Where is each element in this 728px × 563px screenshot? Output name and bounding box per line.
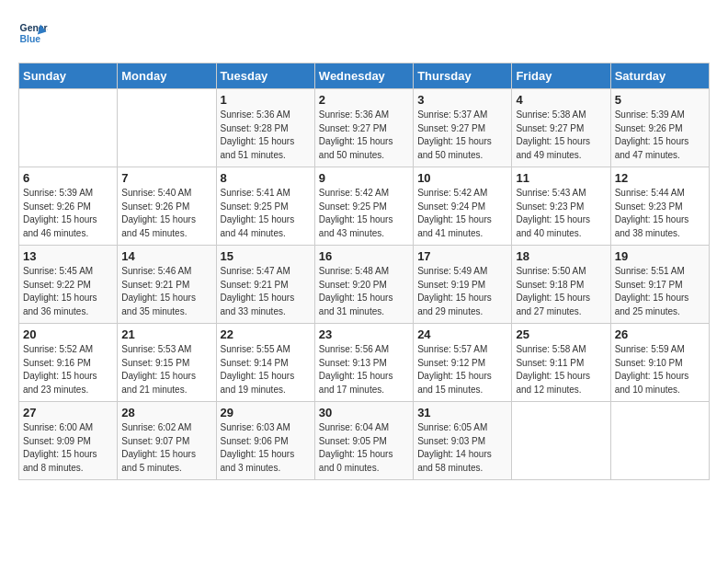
- day-number: 3: [417, 93, 507, 107]
- calendar-cell: 28Sunrise: 6:02 AM Sunset: 9:07 PM Dayli…: [118, 402, 216, 480]
- day-info: Sunrise: 5:41 AM Sunset: 9:25 PM Dayligh…: [221, 187, 311, 240]
- weekday-header: Tuesday: [216, 63, 314, 89]
- calendar-cell: 7Sunrise: 5:40 AM Sunset: 9:26 PM Daylig…: [118, 167, 216, 246]
- day-number: 21: [121, 327, 211, 341]
- page-header: General Blue: [18, 18, 710, 48]
- calendar-cell: 21Sunrise: 5:53 AM Sunset: 9:15 PM Dayli…: [118, 324, 216, 402]
- calendar-cell: 17Sunrise: 5:49 AM Sunset: 9:19 PM Dayli…: [414, 246, 512, 324]
- day-info: Sunrise: 5:42 AM Sunset: 9:25 PM Dayligh…: [319, 187, 409, 240]
- calendar-cell: 24Sunrise: 5:57 AM Sunset: 9:12 PM Dayli…: [414, 324, 512, 402]
- calendar-cell: 25Sunrise: 5:58 AM Sunset: 9:11 PM Dayli…: [512, 324, 610, 402]
- calendar-cell: 8Sunrise: 5:41 AM Sunset: 9:25 PM Daylig…: [216, 167, 314, 246]
- day-info: Sunrise: 5:53 AM Sunset: 9:15 PM Dayligh…: [121, 343, 211, 396]
- calendar-table: SundayMondayTuesdayWednesdayThursdayFrid…: [18, 63, 710, 480]
- weekday-header: Wednesday: [314, 63, 413, 89]
- day-number: 4: [516, 93, 606, 107]
- day-info: Sunrise: 5:58 AM Sunset: 9:11 PM Dayligh…: [516, 343, 606, 396]
- calendar-cell: 19Sunrise: 5:51 AM Sunset: 9:17 PM Dayli…: [610, 246, 709, 324]
- day-info: Sunrise: 5:43 AM Sunset: 9:23 PM Dayligh…: [516, 187, 606, 240]
- day-info: Sunrise: 5:42 AM Sunset: 9:24 PM Dayligh…: [417, 187, 507, 240]
- calendar-cell: 15Sunrise: 5:47 AM Sunset: 9:21 PM Dayli…: [216, 246, 314, 324]
- day-info: Sunrise: 5:44 AM Sunset: 9:23 PM Dayligh…: [615, 187, 705, 240]
- calendar-cell: 14Sunrise: 5:46 AM Sunset: 9:21 PM Dayli…: [118, 246, 216, 324]
- day-info: Sunrise: 6:05 AM Sunset: 9:03 PM Dayligh…: [417, 421, 507, 475]
- calendar-cell: 29Sunrise: 6:03 AM Sunset: 9:06 PM Dayli…: [216, 402, 314, 480]
- day-number: 12: [615, 171, 705, 185]
- day-info: Sunrise: 5:51 AM Sunset: 9:17 PM Dayligh…: [615, 265, 705, 318]
- day-number: 24: [417, 327, 507, 341]
- calendar-cell: 20Sunrise: 5:52 AM Sunset: 9:16 PM Dayli…: [19, 324, 118, 402]
- day-number: 26: [615, 327, 705, 341]
- day-info: Sunrise: 5:48 AM Sunset: 9:20 PM Dayligh…: [319, 265, 409, 318]
- day-number: 28: [121, 406, 211, 419]
- calendar-cell: 12Sunrise: 5:44 AM Sunset: 9:23 PM Dayli…: [610, 167, 709, 246]
- calendar-cell: 1Sunrise: 5:36 AM Sunset: 9:28 PM Daylig…: [216, 89, 314, 167]
- calendar-cell: 23Sunrise: 5:56 AM Sunset: 9:13 PM Dayli…: [314, 324, 413, 402]
- day-number: 10: [417, 171, 507, 185]
- day-info: Sunrise: 5:38 AM Sunset: 9:27 PM Dayligh…: [516, 109, 606, 162]
- calendar-cell: 9Sunrise: 5:42 AM Sunset: 9:25 PM Daylig…: [314, 167, 413, 246]
- weekday-header: Thursday: [414, 63, 512, 89]
- day-info: Sunrise: 5:59 AM Sunset: 9:10 PM Dayligh…: [615, 343, 705, 396]
- day-number: 9: [319, 171, 409, 185]
- day-info: Sunrise: 5:55 AM Sunset: 9:14 PM Dayligh…: [221, 343, 311, 396]
- day-number: 18: [516, 249, 606, 263]
- calendar-cell: 13Sunrise: 5:45 AM Sunset: 9:22 PM Dayli…: [19, 246, 118, 324]
- weekday-header: Sunday: [19, 63, 118, 89]
- day-info: Sunrise: 5:36 AM Sunset: 9:27 PM Dayligh…: [319, 109, 409, 162]
- day-number: 16: [319, 249, 409, 263]
- day-number: 14: [121, 249, 211, 263]
- weekday-header: Monday: [118, 63, 216, 89]
- calendar-cell: 30Sunrise: 6:04 AM Sunset: 9:05 PM Dayli…: [314, 402, 413, 480]
- weekday-header: Friday: [512, 63, 610, 89]
- calendar-cell: 5Sunrise: 5:39 AM Sunset: 9:26 PM Daylig…: [610, 89, 709, 167]
- day-info: Sunrise: 5:36 AM Sunset: 9:28 PM Dayligh…: [221, 109, 311, 162]
- day-info: Sunrise: 5:37 AM Sunset: 9:27 PM Dayligh…: [417, 109, 507, 162]
- day-info: Sunrise: 6:02 AM Sunset: 9:07 PM Dayligh…: [121, 421, 211, 475]
- day-info: Sunrise: 5:50 AM Sunset: 9:18 PM Dayligh…: [516, 265, 606, 318]
- calendar-cell: [610, 402, 709, 480]
- day-number: 13: [23, 249, 113, 263]
- day-info: Sunrise: 5:47 AM Sunset: 9:21 PM Dayligh…: [221, 265, 311, 318]
- calendar-cell: 18Sunrise: 5:50 AM Sunset: 9:18 PM Dayli…: [512, 246, 610, 324]
- calendar-cell: 10Sunrise: 5:42 AM Sunset: 9:24 PM Dayli…: [414, 167, 512, 246]
- calendar-cell: 26Sunrise: 5:59 AM Sunset: 9:10 PM Dayli…: [610, 324, 709, 402]
- day-info: Sunrise: 5:56 AM Sunset: 9:13 PM Dayligh…: [319, 343, 409, 396]
- logo: General Blue: [18, 18, 51, 48]
- day-info: Sunrise: 5:45 AM Sunset: 9:22 PM Dayligh…: [23, 265, 113, 318]
- day-number: 7: [121, 171, 211, 185]
- day-number: 30: [319, 406, 409, 419]
- day-number: 19: [615, 249, 705, 263]
- day-number: 5: [615, 93, 705, 107]
- day-number: 15: [221, 249, 311, 263]
- logo-icon: General Blue: [18, 18, 48, 48]
- day-number: 31: [417, 406, 507, 419]
- weekday-header: Saturday: [610, 63, 709, 89]
- calendar-cell: 6Sunrise: 5:39 AM Sunset: 9:26 PM Daylig…: [19, 167, 118, 246]
- day-number: 25: [516, 327, 606, 341]
- calendar-cell: 22Sunrise: 5:55 AM Sunset: 9:14 PM Dayli…: [216, 324, 314, 402]
- calendar-cell: [512, 402, 610, 480]
- day-info: Sunrise: 5:57 AM Sunset: 9:12 PM Dayligh…: [417, 343, 507, 396]
- day-number: 23: [319, 327, 409, 341]
- calendar-cell: 31Sunrise: 6:05 AM Sunset: 9:03 PM Dayli…: [414, 402, 512, 480]
- day-info: Sunrise: 5:46 AM Sunset: 9:21 PM Dayligh…: [121, 265, 211, 318]
- day-number: 20: [23, 327, 113, 341]
- day-info: Sunrise: 5:39 AM Sunset: 9:26 PM Dayligh…: [615, 109, 705, 162]
- day-number: 8: [221, 171, 311, 185]
- day-number: 22: [221, 327, 311, 341]
- calendar-cell: 27Sunrise: 6:00 AM Sunset: 9:09 PM Dayli…: [19, 402, 118, 480]
- day-number: 2: [319, 93, 409, 107]
- calendar-cell: 11Sunrise: 5:43 AM Sunset: 9:23 PM Dayli…: [512, 167, 610, 246]
- day-info: Sunrise: 5:49 AM Sunset: 9:19 PM Dayligh…: [417, 265, 507, 318]
- day-info: Sunrise: 6:04 AM Sunset: 9:05 PM Dayligh…: [319, 421, 409, 475]
- day-info: Sunrise: 6:03 AM Sunset: 9:06 PM Dayligh…: [221, 421, 311, 475]
- day-number: 11: [516, 171, 606, 185]
- calendar-cell: 3Sunrise: 5:37 AM Sunset: 9:27 PM Daylig…: [414, 89, 512, 167]
- day-number: 17: [417, 249, 507, 263]
- calendar-cell: 2Sunrise: 5:36 AM Sunset: 9:27 PM Daylig…: [314, 89, 413, 167]
- day-info: Sunrise: 5:40 AM Sunset: 9:26 PM Dayligh…: [121, 187, 211, 240]
- svg-text:Blue: Blue: [20, 34, 41, 44]
- day-info: Sunrise: 6:00 AM Sunset: 9:09 PM Dayligh…: [23, 421, 113, 475]
- calendar-cell: 16Sunrise: 5:48 AM Sunset: 9:20 PM Dayli…: [314, 246, 413, 324]
